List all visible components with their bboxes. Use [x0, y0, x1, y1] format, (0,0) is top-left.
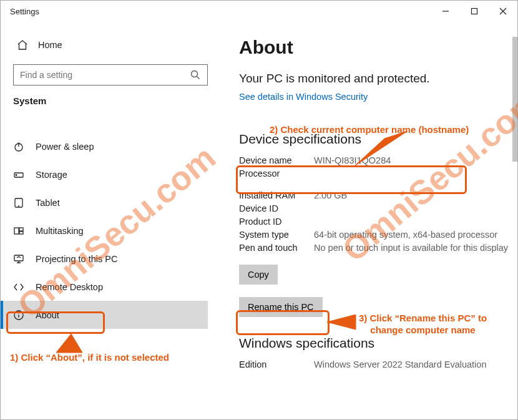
- scrollbar[interactable]: [512, 37, 517, 419]
- spec-edition: Edition Windows Server 2022 Standard Eva…: [239, 359, 511, 369]
- sidebar-item-power-sleep[interactable]: Power & sleep: [1, 132, 208, 160]
- svg-point-4: [192, 71, 198, 77]
- sidebar-home[interactable]: Home: [13, 28, 208, 62]
- spec-label: System type: [239, 230, 314, 240]
- nav-label: Storage: [36, 170, 67, 180]
- spec-label: Edition: [239, 359, 314, 369]
- spec-value: 64-bit operating system, x64-based proce…: [314, 230, 511, 240]
- close-button[interactable]: [489, 1, 517, 22]
- minimize-button[interactable]: [431, 1, 460, 22]
- nav-label: Power & sleep: [36, 142, 94, 152]
- sidebar-item-storage[interactable]: Storage: [1, 160, 208, 188]
- spec-device-id: Device ID: [239, 203, 511, 213]
- nav-label: About: [36, 310, 59, 320]
- search-input[interactable]: [20, 70, 190, 80]
- spec-label: Processor: [239, 168, 314, 178]
- spec-label: Device name: [239, 155, 314, 165]
- spec-processor: Processor: [239, 168, 511, 178]
- spec-label: Installed RAM: [239, 190, 314, 200]
- sidebar-item-projecting[interactable]: Projecting to this PC: [1, 245, 208, 273]
- tablet-icon: [13, 197, 24, 208]
- sidebar-item-multitasking[interactable]: Multitasking: [1, 217, 208, 245]
- device-name-value: WIN-QI83I1QO284: [314, 155, 511, 165]
- scroll-thumb[interactable]: [512, 37, 517, 162]
- svg-rect-13: [19, 228, 23, 231]
- titlebar: Settings: [1, 1, 517, 22]
- svg-point-18: [18, 312, 19, 313]
- main-content: About Your PC is monitored and protected…: [220, 22, 517, 419]
- multitasking-icon: [13, 225, 24, 237]
- spec-label: Product ID: [239, 217, 314, 227]
- protection-subtitle: Your PC is monitored and protected.: [239, 72, 511, 85]
- svg-point-9: [16, 174, 17, 175]
- sidebar-item-remote-desktop[interactable]: Remote Desktop: [1, 273, 208, 301]
- svg-rect-12: [14, 228, 19, 234]
- window-title: Settings: [10, 7, 39, 16]
- nav-label: Projecting to this PC: [36, 254, 117, 264]
- nav-label: Multitasking: [36, 226, 84, 236]
- storage-icon: [13, 169, 24, 180]
- spec-ram: Installed RAM 2.00 GB: [239, 190, 511, 200]
- projecting-icon: [13, 253, 24, 265]
- sidebar-group-label: System: [13, 95, 208, 115]
- home-icon: [17, 39, 28, 51]
- search-box[interactable]: [13, 64, 208, 85]
- nav-label: Remote Desktop: [36, 282, 103, 292]
- svg-rect-14: [19, 232, 23, 234]
- rename-pc-button[interactable]: Rename this PC: [239, 297, 323, 317]
- power-icon: [13, 141, 24, 152]
- page-title: About: [239, 37, 511, 58]
- sidebar-item-tablet[interactable]: Tablet: [1, 188, 208, 217]
- remote-desktop-icon: [13, 281, 24, 293]
- device-spec-heading: Device specifications: [239, 132, 511, 147]
- sidebar-item-about[interactable]: About: [1, 301, 208, 329]
- home-label: Home: [38, 40, 62, 50]
- nav-label: Tablet: [36, 198, 60, 208]
- spec-label: Pen and touch: [239, 243, 314, 253]
- svg-line-5: [197, 77, 200, 79]
- copy-button[interactable]: Copy: [239, 265, 278, 285]
- spec-pen-touch: Pen and touch No pen or touch input is a…: [239, 243, 511, 253]
- spec-label: Device ID: [239, 203, 314, 213]
- security-details-link[interactable]: See details in Windows Security: [239, 92, 368, 102]
- spec-system-type: System type 64-bit operating system, x64…: [239, 230, 511, 240]
- about-icon: [13, 310, 24, 321]
- spec-value: No pen or touch input is available for t…: [314, 243, 511, 253]
- maximize-button[interactable]: [460, 1, 489, 22]
- spec-value: Windows Server 2022 Standard Evaluation: [314, 359, 511, 369]
- spec-device-name: Device name WIN-QI83I1QO284: [239, 155, 511, 165]
- spec-product-id: Product ID: [239, 217, 511, 227]
- search-icon: [190, 69, 201, 81]
- svg-rect-1: [472, 9, 477, 14]
- sidebar: Home System Power & sleep: [1, 22, 220, 419]
- windows-spec-heading: Windows specifications: [239, 336, 511, 351]
- spec-value: 2.00 GB: [314, 190, 511, 200]
